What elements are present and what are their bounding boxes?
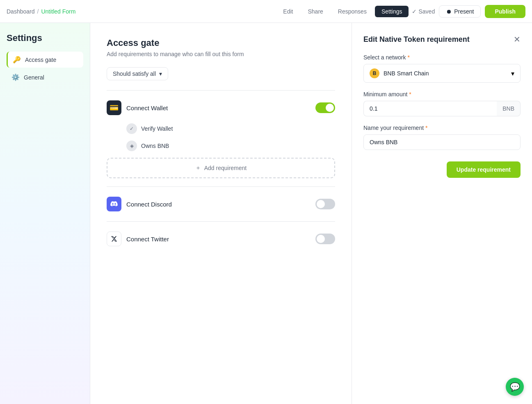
present-icon: ⏺ — [446, 8, 452, 15]
connect-wallet-row: 💳 Connect Wallet — [107, 95, 335, 120]
connect-wallet-section: 💳 Connect Wallet ✓ Verify Wallet ◈ Owns … — [107, 95, 335, 178]
connect-wallet-left: 💳 Connect Wallet — [107, 100, 168, 115]
owns-bnb-item: ◈ Owns BNB — [126, 137, 335, 154]
connect-twitter-toggle[interactable] — [315, 234, 335, 244]
edit-panel-title: Edit Native Token requirement — [363, 35, 470, 44]
bnb-sub-icon: ◈ — [126, 141, 137, 151]
connect-wallet-toggle[interactable] — [315, 102, 335, 113]
saved-status: ✓ Saved — [412, 8, 435, 15]
wallet-icon: 💳 — [107, 100, 121, 115]
network-select-left: B BNB Smart Chain — [370, 68, 429, 78]
content-area: Access gate Add requirements to manage w… — [90, 23, 352, 404]
min-amount-label: Minimum amount * — [363, 91, 521, 98]
edit-panel-header: Edit Native Token requirement ✕ — [363, 34, 521, 44]
twitter-icon — [107, 232, 121, 246]
chevron-down-icon: ▾ — [159, 70, 162, 77]
plus-icon: ＋ — [195, 164, 201, 172]
edit-panel: Edit Native Token requirement ✕ Select a… — [352, 23, 532, 404]
connect-twitter-left: Connect Twitter — [107, 232, 169, 246]
requirement-name-input[interactable] — [363, 134, 521, 150]
chevron-down-icon-2: ▾ — [511, 70, 514, 77]
divider-2 — [107, 186, 335, 187]
main-layout: Settings 🔑 Access gate ⚙️ General Access… — [0, 23, 532, 404]
owns-bnb-label: Owns BNB — [141, 143, 169, 149]
present-button[interactable]: ⏺ Present — [439, 5, 481, 18]
wallet-sub-items: ✓ Verify Wallet ◈ Owns BNB — [107, 120, 335, 154]
key-icon: 🔑 — [13, 56, 21, 64]
amount-input[interactable] — [363, 101, 497, 116]
publish-button[interactable]: Publish — [485, 5, 525, 18]
connect-twitter-row: Connect Twitter — [107, 227, 335, 251]
verify-icon: ✓ — [126, 123, 137, 134]
sidebar-title: Settings — [7, 33, 83, 43]
nav-tabs: Edit Share Responses Settings — [276, 6, 409, 17]
check-icon: ✓ — [412, 8, 417, 15]
sidebar-item-label: Access gate — [25, 57, 56, 63]
tab-edit[interactable]: Edit — [276, 6, 299, 17]
add-requirement-label: Add requirement — [204, 165, 247, 171]
breadcrumb-separator: / — [37, 8, 39, 15]
tab-settings[interactable]: Settings — [375, 6, 409, 17]
update-requirement-button[interactable]: Update requirement — [447, 161, 521, 178]
connect-discord-row: Connect Discord — [107, 192, 335, 216]
chat-icon: 💬 — [510, 382, 520, 392]
tab-responses[interactable]: Responses — [331, 6, 373, 17]
required-star: * — [407, 54, 409, 61]
gear-icon: ⚙️ — [11, 73, 20, 81]
breadcrumb: Dashboard / Untitled Form — [7, 8, 273, 15]
bnb-icon: B — [370, 68, 379, 78]
filter-label: Should satisfy all — [113, 70, 156, 77]
close-button[interactable]: ✕ — [514, 34, 521, 44]
connect-wallet-label: Connect Wallet — [126, 104, 168, 111]
connect-discord-toggle[interactable] — [315, 199, 335, 209]
page-subtitle: Add requirements to manage who can fill … — [107, 51, 335, 57]
sidebar: Settings 🔑 Access gate ⚙️ General — [0, 23, 90, 404]
connect-twitter-label: Connect Twitter — [126, 236, 169, 243]
discord-icon — [107, 197, 121, 211]
amount-unit: BNB — [497, 101, 521, 116]
tab-share[interactable]: Share — [301, 6, 329, 17]
sidebar-item-access-gate[interactable]: 🔑 Access gate — [7, 52, 83, 68]
verify-wallet-label: Verify Wallet — [141, 125, 173, 132]
divider — [107, 90, 335, 91]
network-name: BNB Smart Chain — [384, 70, 429, 77]
verify-wallet-item: ✓ Verify Wallet — [126, 120, 335, 137]
required-star-2: * — [409, 91, 411, 98]
amount-row: BNB — [363, 101, 521, 116]
required-star-3: * — [425, 125, 427, 131]
connect-discord-label: Connect Discord — [126, 201, 172, 208]
divider-3 — [107, 221, 335, 222]
topnav-actions: ✓ Saved ⏺ Present Publish — [412, 5, 525, 18]
add-requirement-button[interactable]: ＋ Add requirement — [107, 158, 335, 178]
chat-button[interactable]: 💬 — [506, 378, 524, 396]
sidebar-item-general[interactable]: ⚙️ General — [7, 69, 83, 85]
req-name-label: Name your requirement * — [363, 125, 521, 131]
dashboard-link[interactable]: Dashboard — [7, 8, 35, 15]
network-select[interactable]: B BNB Smart Chain ▾ — [363, 64, 521, 83]
sidebar-item-label: General — [24, 74, 44, 81]
top-navigation: Dashboard / Untitled Form Edit Share Res… — [0, 0, 532, 23]
connect-discord-left: Connect Discord — [107, 197, 172, 211]
network-label: Select a network * — [363, 54, 521, 61]
form-title-link[interactable]: Untitled Form — [41, 8, 75, 15]
filter-dropdown[interactable]: Should satisfy all ▾ — [107, 67, 168, 80]
page-title: Access gate — [107, 38, 335, 48]
